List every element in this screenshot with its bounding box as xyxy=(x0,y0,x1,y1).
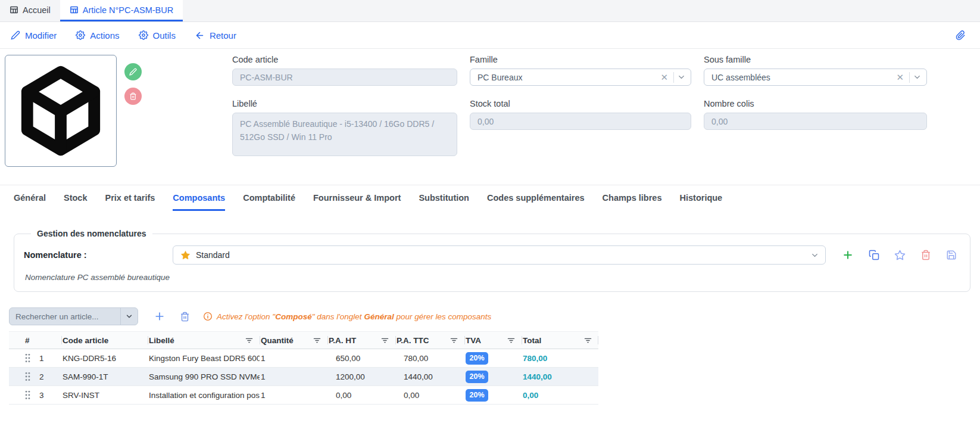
stock-total-field: 0,00 xyxy=(470,113,691,130)
add-nomenclature-button[interactable] xyxy=(842,249,854,261)
cell-quantite: 1 xyxy=(260,372,327,381)
chevron-down-icon[interactable] xyxy=(913,73,922,82)
chevron-down-icon[interactable] xyxy=(677,73,686,82)
gear-icon xyxy=(139,30,148,40)
components-table: # Code article Libellé Quantité P.A. HT … xyxy=(9,331,598,405)
nomenclature-label: Nomenclature : xyxy=(24,250,173,260)
plus-icon xyxy=(154,310,166,322)
stock-total-label: Stock total xyxy=(470,99,691,108)
drag-handle-icon[interactable] xyxy=(24,371,32,382)
section-tabs: Général Stock Prix et tarifs Composants … xyxy=(0,185,980,211)
trash-icon xyxy=(920,250,931,260)
actions-label: Actions xyxy=(90,30,119,41)
chevron-down-icon[interactable] xyxy=(120,308,138,325)
article-header: Code article PC-ASM-BUR Libellé PC Assem… xyxy=(0,49,980,169)
tools-button[interactable]: Outils xyxy=(139,30,176,41)
clear-icon[interactable]: ✕ xyxy=(658,72,670,83)
drag-handle-icon[interactable] xyxy=(24,353,32,363)
pencil-icon xyxy=(11,30,20,40)
cell-pa-ttc: 1440,00 xyxy=(395,372,464,381)
add-component-button[interactable] xyxy=(154,310,166,322)
tab-comptabilite[interactable]: Comptabilité xyxy=(243,193,295,211)
delete-component-button[interactable] xyxy=(180,312,190,322)
cell-total: 1440,00 xyxy=(522,372,598,381)
filter-icon[interactable] xyxy=(507,336,516,345)
column-header-quantite: Quantité xyxy=(260,332,327,349)
attachments-button[interactable] xyxy=(956,30,966,41)
cell-pa-ht: 650,00 xyxy=(327,354,395,363)
window-tab-bar: Accueil Article N°PC-ASM-BUR xyxy=(0,0,980,22)
filter-icon[interactable] xyxy=(380,336,389,345)
actions-button[interactable]: Actions xyxy=(76,30,119,41)
filter-icon[interactable] xyxy=(313,336,322,345)
save-nomenclature-button[interactable] xyxy=(946,250,957,260)
tab-accueil-label: Accueil xyxy=(23,5,51,15)
edit-image-button[interactable] xyxy=(124,63,142,80)
back-button[interactable]: Retour xyxy=(195,30,236,41)
tab-article-label: Article N°PC-ASM-BUR xyxy=(83,5,173,15)
sous-famille-select[interactable]: UC assemblées ✕ xyxy=(704,69,927,86)
column-header-total: Total xyxy=(522,332,598,349)
famille-value: PC Bureaux xyxy=(477,73,658,82)
table-row[interactable]: 1 KNG-DDR5-16 Kingston Fury Beast DDR5 6… xyxy=(9,349,598,368)
nombre-colis-label: Nombre colis xyxy=(704,99,927,108)
article-form: Code article PC-ASM-BUR Libellé PC Assem… xyxy=(232,55,927,169)
drag-handle-icon[interactable] xyxy=(24,390,32,400)
paperclip-icon xyxy=(956,30,966,41)
favorite-nomenclature-button[interactable] xyxy=(894,250,906,261)
column-header-tva: TVA xyxy=(464,332,522,349)
chevron-down-icon[interactable] xyxy=(810,251,819,260)
duplicate-nomenclature-button[interactable] xyxy=(869,250,879,260)
cell-code: SAM-990-1T xyxy=(61,372,148,381)
tab-stock[interactable]: Stock xyxy=(64,193,88,211)
arrow-left-icon xyxy=(195,30,205,41)
filter-icon[interactable] xyxy=(583,336,592,345)
tab-champs-libres[interactable]: Champs libres xyxy=(603,193,662,211)
sous-famille-label: Sous famille xyxy=(704,55,927,64)
action-toolbar: Modifier Actions Outils Retour xyxy=(0,22,980,49)
cell-num: 1 xyxy=(39,354,44,363)
image-actions xyxy=(124,63,142,169)
modify-label: Modifier xyxy=(25,30,57,41)
copy-icon xyxy=(869,250,879,260)
search-placeholder: Rechercher un article... xyxy=(10,312,120,321)
nomenclature-section-title: Gestion des nomenclatures xyxy=(31,229,152,238)
tab-accueil[interactable]: Accueil xyxy=(0,0,60,21)
table-row[interactable]: 2 SAM-990-1T Samsung 990 PRO SSD NVMe M … xyxy=(9,368,598,386)
pencil-icon xyxy=(129,68,137,76)
cell-code: KNG-DDR5-16 xyxy=(61,354,148,363)
filter-icon[interactable] xyxy=(245,336,254,345)
modify-button[interactable]: Modifier xyxy=(11,30,57,41)
filter-icon[interactable] xyxy=(450,336,458,345)
column-header-pa-ht: P.A. HT xyxy=(327,332,395,349)
nombre-colis-field: 0,00 xyxy=(704,113,927,130)
cell-pa-ht: 1200,00 xyxy=(327,372,395,381)
article-search-select[interactable]: Rechercher un article... xyxy=(9,307,138,325)
famille-select[interactable]: PC Bureaux ✕ xyxy=(470,69,691,86)
tab-composants[interactable]: Composants xyxy=(173,193,225,211)
tab-historique[interactable]: Historique xyxy=(679,193,722,211)
tva-badge: 20% xyxy=(466,371,488,383)
clear-icon[interactable]: ✕ xyxy=(894,72,906,83)
divider xyxy=(909,72,910,83)
tab-codes-supplementaires[interactable]: Codes supplémentaires xyxy=(487,193,585,211)
info-icon xyxy=(203,312,213,321)
nomenclature-value: Standard xyxy=(196,250,805,260)
tab-article[interactable]: Article N°PC-ASM-BUR xyxy=(60,0,183,21)
nomenclature-actions xyxy=(842,249,957,261)
delete-image-button[interactable] xyxy=(124,88,142,105)
tab-general[interactable]: Général xyxy=(14,193,46,211)
table-icon xyxy=(10,5,18,14)
nomenclature-select[interactable]: Standard xyxy=(173,245,826,265)
cell-pa-ttc: 0,00 xyxy=(395,391,464,400)
cell-pa-ht: 0,00 xyxy=(327,391,395,400)
save-icon xyxy=(946,250,957,260)
delete-nomenclature-button[interactable] xyxy=(920,250,931,260)
tab-prix-et-tarifs[interactable]: Prix et tarifs xyxy=(105,193,155,211)
code-article-field: PC-ASM-BUR xyxy=(232,69,457,86)
tab-substitution[interactable]: Substitution xyxy=(419,193,469,211)
table-row[interactable]: 3 SRV-INST Installation et configuration… xyxy=(9,386,598,405)
gear-icon xyxy=(76,30,85,40)
column-header-libelle: Libellé xyxy=(148,332,260,349)
tab-fournisseur-import[interactable]: Fournisseur & Import xyxy=(313,193,401,211)
